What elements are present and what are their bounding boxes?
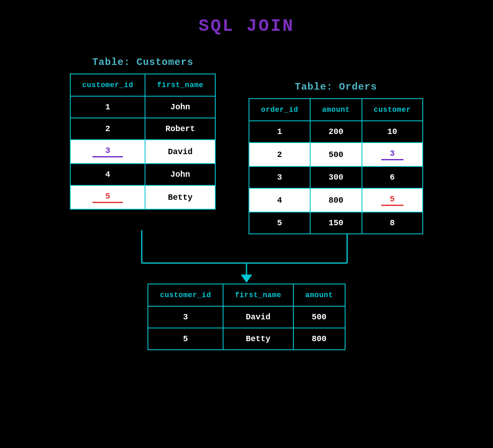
customer-ref-cell: 10	[362, 121, 423, 143]
customer-ref-cell: 5	[362, 188, 423, 212]
customers-col-first-name: first_name	[145, 74, 215, 96]
table-row: 120010	[249, 121, 423, 143]
result-amount-cell: 500	[293, 306, 345, 328]
customer-ref-cell: 6	[362, 166, 423, 188]
customer-ref-cell: 3	[362, 143, 423, 166]
first-name-cell: Betty	[145, 185, 215, 209]
table-row: 3David	[70, 140, 215, 164]
first-name-cell: Robert	[145, 118, 215, 140]
table-row: 25003	[249, 143, 423, 166]
customers-table-label: Table: Customers	[92, 57, 193, 68]
customer-id-cell: 5	[70, 185, 145, 209]
orders-table-wrapper: Table: Orders order_id amount customer 1…	[249, 81, 423, 234]
table-row: 5Betty	[70, 185, 215, 209]
orders-col-amount: amount	[310, 99, 362, 121]
amount-cell: 500	[310, 143, 362, 166]
customers-header-row: customer_id first_name	[70, 74, 215, 96]
result-col-customer-id: customer_id	[148, 284, 223, 306]
order-id-cell: 2	[249, 143, 310, 166]
svg-marker-5	[241, 275, 252, 283]
table-row: 4John	[70, 164, 215, 185]
table-row: 5Betty800	[148, 328, 345, 350]
table-row: 33006	[249, 166, 423, 188]
result-table: customer_id first_name amount 3David5005…	[147, 284, 345, 350]
table-row: 3David500	[148, 306, 345, 328]
result-first-name-cell: David	[223, 306, 293, 328]
table-row: 48005	[249, 188, 423, 212]
result-col-first-name: first_name	[223, 284, 293, 306]
orders-col-order-id: order_id	[249, 99, 310, 121]
result-customer-id-cell: 3	[148, 306, 223, 328]
first-name-cell: John	[145, 164, 215, 185]
orders-table-label: Table: Orders	[295, 81, 377, 92]
amount-cell: 200	[310, 121, 362, 143]
orders-table: order_id amount customer 120010250033300…	[249, 98, 423, 234]
result-header-row: customer_id first_name amount	[148, 284, 345, 306]
result-customer-id-cell: 5	[148, 328, 223, 350]
orders-col-customer: customer	[362, 99, 423, 121]
result-amount-cell: 800	[293, 328, 345, 350]
table-row: 2Robert	[70, 118, 215, 140]
amount-cell: 800	[310, 188, 362, 212]
customers-table: customer_id first_name 1John2Robert3Davi…	[70, 74, 216, 210]
customer-id-cell: 2	[70, 118, 145, 140]
customer-id-cell: 1	[70, 96, 145, 118]
order-id-cell: 3	[249, 166, 310, 188]
customer-id-cell: 3	[70, 140, 145, 164]
order-id-cell: 4	[249, 188, 310, 212]
orders-header-row: order_id amount customer	[249, 99, 423, 121]
first-name-cell: David	[145, 140, 215, 164]
result-col-amount: amount	[293, 284, 345, 306]
result-section: customer_id first_name amount 3David5005…	[147, 284, 345, 350]
order-id-cell: 1	[249, 121, 310, 143]
customer-id-cell: 4	[70, 164, 145, 185]
amount-cell: 300	[310, 166, 362, 188]
page-title: SQL JOIN	[198, 16, 295, 36]
customers-table-wrapper: Table: Customers customer_id first_name …	[70, 57, 216, 210]
customers-col-customer-id: customer_id	[70, 74, 145, 96]
table-row: 1John	[70, 96, 215, 118]
first-name-cell: John	[145, 96, 215, 118]
connector-lines	[62, 230, 431, 284]
result-first-name-cell: Betty	[223, 328, 293, 350]
